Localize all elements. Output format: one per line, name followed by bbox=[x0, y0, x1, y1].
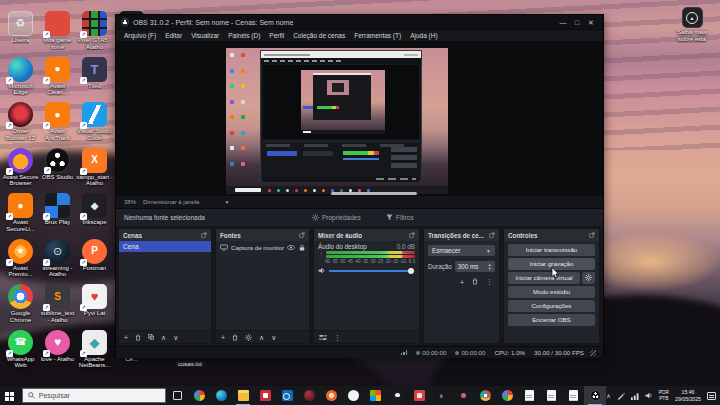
transition-menu-button[interactable]: ⋮ bbox=[486, 278, 493, 286]
popout-icon[interactable] bbox=[589, 232, 595, 238]
taskbar-task-view[interactable] bbox=[166, 386, 188, 405]
spinner-arrows[interactable]: ▲▼ bbox=[488, 263, 492, 271]
taskbar-notepad-doc-1[interactable] bbox=[518, 386, 540, 405]
popout-icon[interactable] bbox=[409, 232, 415, 238]
desktop-icon-obs-studio[interactable]: ↗OBS Studio bbox=[39, 148, 76, 194]
scene-filters-button[interactable] bbox=[148, 334, 154, 340]
volume-slider-handle[interactable] bbox=[408, 268, 414, 274]
language-indicator[interactable]: POR PTB bbox=[659, 390, 669, 401]
scale-mode[interactable]: Dimensionar à janela bbox=[143, 199, 199, 205]
taskbar-github-desktop[interactable] bbox=[386, 386, 408, 405]
desktop-icon-avast-premiu[interactable]: ★↗Avast Premiu... bbox=[2, 239, 39, 285]
menu-item-cole-o-de-cenas[interactable]: Coleção de cenas bbox=[293, 32, 345, 39]
taskbar-microsoft-edge[interactable] bbox=[210, 386, 232, 405]
taskbar-app-red-square[interactable] bbox=[408, 386, 430, 405]
start-button[interactable] bbox=[0, 386, 22, 405]
desktop-icon-sublime-text-atalho[interactable]: S↗sublime_text - Atalho bbox=[39, 284, 76, 330]
taskbar-app-orange[interactable] bbox=[320, 386, 342, 405]
properties-button[interactable]: Propriedades bbox=[312, 214, 361, 221]
lock-icon[interactable] bbox=[299, 244, 305, 251]
remove-source-button[interactable] bbox=[232, 334, 238, 341]
desktop-icon-postman[interactable]: P↗Postman bbox=[76, 239, 113, 285]
desktop-icon-pyvi-lat[interactable]: ♥↗Pyvi Lat bbox=[76, 284, 113, 330]
remove-transition-button[interactable] bbox=[472, 278, 478, 286]
taskbar-file-explorer[interactable] bbox=[232, 386, 254, 405]
start-virtual-camera-button[interactable]: Iniciar câmera virtual bbox=[508, 272, 580, 284]
desktop-icon-lixeira[interactable]: ♻Lixeira bbox=[2, 11, 39, 57]
network-icon[interactable] bbox=[631, 392, 639, 400]
preview-horizontal-scrollbar[interactable] bbox=[331, 192, 417, 195]
desktop-icon-whatsapp-web[interactable]: ☎↗WhatsApp Web bbox=[2, 330, 39, 376]
taskbar-app-small-dot[interactable] bbox=[452, 386, 474, 405]
close-button[interactable]: ✕ bbox=[584, 16, 598, 29]
visibility-eye-icon[interactable] bbox=[287, 245, 295, 250]
mixer-menu-button[interactable]: ⋮ bbox=[334, 334, 341, 341]
volume-icon[interactable] bbox=[645, 392, 653, 399]
menu-item-ajuda-h[interactable]: Ajuda (H) bbox=[410, 32, 437, 39]
duration-spinbox[interactable]: 300 ms ▲▼ bbox=[455, 261, 495, 272]
move-source-down-button[interactable]: ∨ bbox=[271, 334, 276, 341]
desktop-icon-apache-netbeans[interactable]: ◆↗Apache NetBeans... bbox=[76, 330, 113, 376]
move-source-up-button[interactable]: ∧ bbox=[259, 334, 264, 341]
desktop-icon-pixel-gta5-atalho[interactable]: ↗Pixel GTA5 - Atalho bbox=[76, 11, 113, 57]
minimize-button[interactable]: — bbox=[556, 16, 570, 29]
menu-item-editar[interactable]: Editar bbox=[165, 32, 182, 39]
taskbar-outlook[interactable] bbox=[276, 386, 298, 405]
desktop-icon-tiled[interactable]: T↗Tiled bbox=[76, 57, 113, 103]
filters-button[interactable]: Filtros bbox=[386, 214, 414, 221]
speaker-icon[interactable] bbox=[318, 267, 326, 274]
popout-icon[interactable] bbox=[489, 232, 495, 238]
settings-button[interactable]: Configurações bbox=[508, 300, 595, 312]
desktop-icon-avast-clean[interactable]: ●↗Avast Clean... bbox=[39, 57, 76, 103]
desktop-icon-driver-booster-12[interactable]: ↗Driver Booster 12 bbox=[2, 102, 39, 148]
mixer-config-button[interactable] bbox=[319, 334, 327, 341]
desktop-icon-visual-studio-code[interactable]: ↗Visual Studio Code bbox=[76, 102, 113, 148]
maximize-button[interactable]: □ bbox=[570, 16, 584, 29]
taskbar-google-chrome[interactable] bbox=[474, 386, 496, 405]
taskbar-search[interactable]: Pesquisar bbox=[22, 388, 166, 403]
desktop-icon-love-atalho[interactable]: ♥↗love - Atalho bbox=[39, 330, 76, 376]
resize-grip[interactable] bbox=[590, 350, 596, 356]
desktop-icon-avast-secureli[interactable]: ●↗Avast SecureLi... bbox=[2, 193, 39, 239]
desktop-icon-xampp-start-atalho[interactable]: X↗xampp_start - Atalho bbox=[76, 148, 113, 194]
taskbar-obs-studio[interactable] bbox=[584, 386, 606, 405]
popout-icon[interactable] bbox=[299, 232, 305, 238]
taskbar-microsoft-store[interactable] bbox=[254, 386, 276, 405]
taskbar-app-white[interactable] bbox=[342, 386, 364, 405]
taskbar-app-pinwheel-2[interactable] bbox=[496, 386, 518, 405]
popout-icon[interactable] bbox=[201, 232, 207, 238]
move-scene-down-button[interactable]: ∨ bbox=[173, 334, 178, 341]
taskbar-profile-pinwheel[interactable] bbox=[188, 386, 210, 405]
hidden-icons-chevron[interactable]: ∧ bbox=[606, 392, 610, 399]
menu-item-arquivo-f[interactable]: Arquivo (F) bbox=[124, 32, 156, 39]
remove-scene-button[interactable] bbox=[135, 334, 141, 341]
transition-select[interactable]: Esmaecer ▼ bbox=[428, 245, 495, 256]
desktop-icon-avast-antitrack[interactable]: ●↗Avast AntiTrack bbox=[39, 102, 76, 148]
desktop-icon-brux-play[interactable]: ↗Brux Play bbox=[39, 193, 76, 239]
exit-obs-button[interactable]: Encerrar OBS bbox=[508, 314, 595, 326]
desktop-icon-vida-game-zone[interactable]: ↗vida game zone bbox=[39, 11, 76, 57]
preview-canvas[interactable] bbox=[116, 42, 603, 196]
taskbar-notepad-doc-2[interactable] bbox=[540, 386, 562, 405]
desktop-icon-inkscape[interactable]: ◆↗Inkscape bbox=[76, 193, 113, 239]
scene-item-cena[interactable]: Cena bbox=[119, 241, 211, 252]
move-scene-up-button[interactable]: ∧ bbox=[161, 334, 166, 341]
action-center-icon[interactable] bbox=[707, 392, 716, 400]
menu-item-perfil[interactable]: Perfil bbox=[269, 32, 284, 39]
taskbar-clock[interactable]: 15:46 29/05/2025 bbox=[675, 389, 701, 401]
menu-item-visualizar[interactable]: Visualizar bbox=[191, 32, 219, 39]
start-streaming-button[interactable]: Iniciar transmissão bbox=[508, 244, 595, 256]
taskbar-notepad-doc-3[interactable] bbox=[562, 386, 584, 405]
add-transition-button[interactable]: + bbox=[460, 279, 464, 286]
source-item-captura-de-monitor[interactable]: Captura de monitor bbox=[216, 241, 309, 253]
desktop-icon-microsoft-edge[interactable]: ↗Microsoft Edge bbox=[2, 57, 39, 103]
add-source-button[interactable]: + bbox=[221, 334, 225, 341]
taskbar-hidden-icons-chevron[interactable]: ∧ bbox=[430, 386, 452, 405]
virtual-camera-settings-button[interactable] bbox=[582, 272, 595, 284]
desktop-icon-streaming-atalho[interactable]: ⊙↗streaming - Atalho bbox=[39, 239, 76, 285]
taskbar-app-dark-red[interactable] bbox=[298, 386, 320, 405]
taskbar-microsoft-office[interactable] bbox=[364, 386, 386, 405]
studio-mode-button[interactable]: Modo estúdio bbox=[508, 286, 595, 298]
desktop-icon-saiba-mais[interactable]: ▴ Saiba mais sobre esta imagem bbox=[668, 7, 716, 43]
pen-icon[interactable] bbox=[617, 392, 625, 400]
